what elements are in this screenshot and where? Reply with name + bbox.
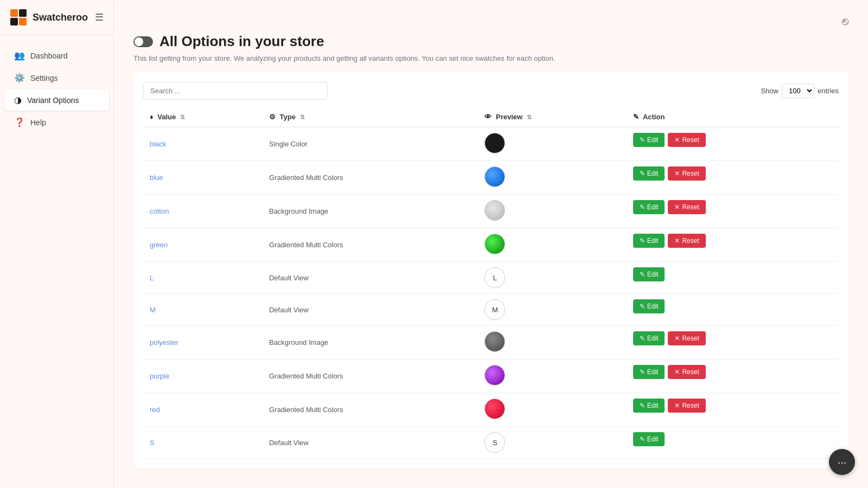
- edit-button[interactable]: ✎ Edit: [633, 234, 665, 248]
- th-preview: 👁 Preview ⇅: [478, 107, 626, 127]
- table-header-row: ♦ Value ⇅ ⚙ Type ⇅ 👁 Preview ⇅: [143, 107, 839, 127]
- edit-button[interactable]: ✎ Edit: [633, 299, 665, 313]
- table-row: blueGradiented Multi Colors✎ Edit✕ Reset: [143, 161, 839, 195]
- edit-button[interactable]: ✎ Edit: [633, 200, 665, 214]
- value-cell: black: [143, 127, 263, 161]
- preview-swatch: [484, 200, 505, 221]
- sidebar-item-label: Variant Options: [27, 96, 79, 105]
- edit-button[interactable]: ✎ Edit: [633, 365, 665, 379]
- page-title-row: All Options in your store: [133, 33, 848, 50]
- reset-icon: ✕: [674, 136, 680, 144]
- sort-icon-type[interactable]: ⇅: [300, 114, 305, 120]
- type-cell: Background Image: [263, 326, 478, 359]
- preview-cell: L: [478, 262, 626, 294]
- reset-button[interactable]: ✕ Reset: [668, 365, 705, 379]
- edit-button[interactable]: ✎ Edit: [633, 432, 665, 446]
- edit-button[interactable]: ✎ Edit: [633, 267, 665, 281]
- reset-button[interactable]: ✕ Reset: [668, 166, 705, 181]
- preview-cell: [478, 359, 626, 393]
- preview-swatch: S: [484, 432, 505, 453]
- preview-col-icon: 👁: [484, 113, 492, 121]
- edit-icon: ✎: [640, 203, 645, 211]
- reset-button[interactable]: ✕ Reset: [668, 399, 705, 413]
- action-cell: ✎ Edit✕ Reset: [627, 161, 839, 186]
- edit-button[interactable]: ✎ Edit: [633, 399, 665, 413]
- table-row: redGradiented Multi Colors✎ Edit✕ Reset: [143, 393, 839, 427]
- options-table: ♦ Value ⇅ ⚙ Type ⇅ 👁 Preview ⇅: [143, 107, 839, 459]
- action-cell: ✎ Edit: [627, 294, 839, 319]
- action-cell: ✎ Edit✕ Reset: [627, 359, 839, 384]
- reset-button[interactable]: ✕ Reset: [668, 200, 705, 214]
- table-container: Show 100 10 25 50 entries ♦ Value ⇅: [133, 72, 848, 468]
- action-col-icon: ✎: [633, 113, 639, 121]
- sidebar-item-label: Dashboard: [30, 52, 68, 60]
- type-cell: Background Image: [263, 195, 478, 228]
- reset-icon: ✕: [674, 170, 680, 177]
- value-cell: red: [143, 393, 263, 427]
- sort-icon-preview[interactable]: ⇅: [527, 114, 532, 120]
- toggle-switch-icon[interactable]: [133, 36, 153, 47]
- edit-icon: ✎: [640, 368, 645, 376]
- preview-swatch: [484, 133, 505, 153]
- search-input[interactable]: [143, 82, 328, 100]
- edit-icon: ✎: [640, 271, 645, 278]
- reset-button[interactable]: ✕ Reset: [668, 133, 705, 147]
- type-cell: Default View: [263, 427, 478, 459]
- page-header: All Options in your store This list gett…: [133, 33, 848, 62]
- value-cell: green: [143, 228, 263, 262]
- edit-icon: ✎: [640, 303, 645, 310]
- value-cell: purple: [143, 359, 263, 393]
- entries-select[interactable]: 100 10 25 50: [782, 84, 814, 98]
- table-row: LDefault ViewL✎ Edit: [143, 262, 839, 294]
- edit-button[interactable]: ✎ Edit: [633, 133, 665, 147]
- sidebar-nav: 👥 Dashboard ⚙️ Settings ◑ Variant Option…: [0, 35, 113, 488]
- dashboard-icon: 👥: [14, 50, 25, 61]
- reset-button[interactable]: ✕ Reset: [668, 234, 705, 248]
- sidebar-item-dashboard[interactable]: 👥 Dashboard: [4, 45, 109, 66]
- reset-icon: ✕: [674, 368, 680, 376]
- preview-swatch: [484, 365, 505, 386]
- reset-icon: ✕: [674, 402, 680, 409]
- value-cell: polyester: [143, 326, 263, 359]
- preview-cell: M: [478, 294, 626, 326]
- logout-icon[interactable]: ⎋: [842, 15, 848, 28]
- preview-cell: [478, 127, 626, 161]
- type-cell: Gradiented Multi Colors: [263, 228, 478, 262]
- table-row: polyesterBackground Image✎ Edit✕ Reset: [143, 326, 839, 359]
- svg-rect-1: [19, 9, 27, 17]
- edit-button[interactable]: ✎ Edit: [633, 331, 665, 345]
- type-col-icon: ⚙: [269, 113, 276, 121]
- entries-label: entries: [818, 87, 839, 95]
- edit-icon: ✎: [640, 170, 645, 177]
- sidebar-logo: Swatcheroo ☰: [0, 0, 113, 35]
- th-action-label: Action: [643, 113, 665, 121]
- sidebar-item-help[interactable]: ❓ Help: [4, 112, 109, 133]
- action-cell: ✎ Edit: [627, 427, 839, 452]
- reset-icon: ✕: [674, 203, 680, 211]
- edit-button[interactable]: ✎ Edit: [633, 166, 665, 181]
- table-controls: Show 100 10 25 50 entries: [143, 82, 839, 100]
- edit-icon: ✎: [640, 237, 645, 245]
- sort-icon-value[interactable]: ⇅: [180, 114, 185, 120]
- action-cell: ✎ Edit✕ Reset: [627, 127, 839, 152]
- svg-rect-2: [10, 18, 18, 25]
- preview-swatch: [484, 331, 505, 352]
- app-logo-icon: [10, 9, 27, 26]
- value-cell: S: [143, 427, 263, 459]
- preview-cell: [478, 161, 626, 195]
- value-cell: blue: [143, 161, 263, 195]
- sidebar-item-settings[interactable]: ⚙️ Settings: [4, 67, 109, 88]
- hamburger-icon[interactable]: ☰: [95, 11, 104, 23]
- action-cell: ✎ Edit✕ Reset: [627, 326, 839, 351]
- type-cell: Default View: [263, 262, 478, 294]
- table-body: blackSingle Color✎ Edit✕ ResetblueGradie…: [143, 127, 839, 459]
- page-title: All Options in your store: [159, 33, 324, 50]
- sidebar-item-variant-options[interactable]: ◑ Variant Options: [4, 89, 109, 111]
- table-row: blackSingle Color✎ Edit✕ Reset: [143, 127, 839, 161]
- table-row: cottonBackground Image✎ Edit✕ Reset: [143, 195, 839, 228]
- variant-options-icon: ◑: [14, 95, 22, 105]
- th-preview-label: Preview: [496, 113, 522, 121]
- th-type-label: Type: [280, 113, 296, 121]
- chat-bubble[interactable]: ···: [829, 449, 855, 475]
- reset-button[interactable]: ✕ Reset: [668, 331, 705, 345]
